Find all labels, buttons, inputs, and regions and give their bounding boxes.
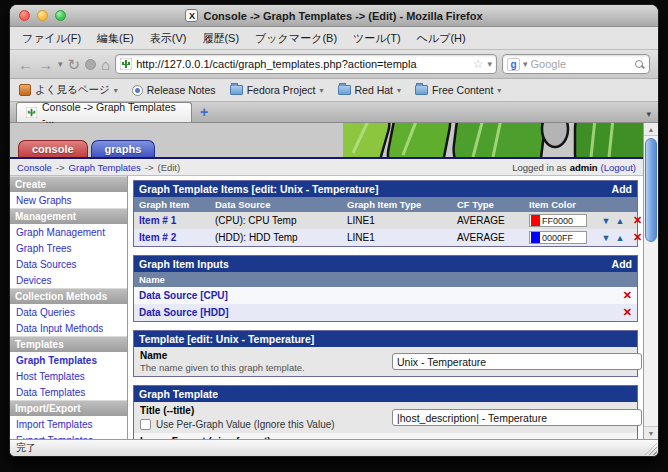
resize-grip[interactable] <box>645 443 657 455</box>
bookmark-red-hat[interactable]: Red Hat ▾ <box>338 84 402 96</box>
field-label: Title (--title) <box>140 405 194 416</box>
cell-cf: AVERAGE <box>457 215 529 226</box>
graph-title-input[interactable] <box>392 409 642 426</box>
sidebar-item-data-templates[interactable]: Data Templates <box>10 384 127 400</box>
menu-help[interactable]: ヘルプ(H) <box>417 31 466 46</box>
move-down-icon[interactable]: ▼ <box>602 216 611 226</box>
sidebar-item-data-sources[interactable]: Data Sources <box>10 256 127 272</box>
sidebar-item-graph-management[interactable]: Graph Management <box>10 224 127 240</box>
list-all-tabs-icon[interactable]: ▾ <box>646 109 651 119</box>
cell-data-source: (CPU): CPU Temp <box>215 215 347 226</box>
col-cf-type: CF Type <box>457 199 529 210</box>
bookmark-fedora-project[interactable]: Fedora Project ▾ <box>230 84 324 96</box>
sidebar-header-templates: Templates <box>10 336 127 352</box>
col-item-color: Item Color <box>529 199 593 210</box>
url-bar[interactable]: ☆ ▾ <box>115 54 497 74</box>
bookmark-release-notes[interactable]: Release Notes <box>132 84 216 96</box>
logout-link[interactable]: (Logout) <box>601 162 636 173</box>
template-name-input[interactable] <box>392 353 642 370</box>
move-up-icon[interactable]: ▲ <box>616 233 625 243</box>
sidebar-item-graph-templates[interactable]: Graph Templates <box>10 352 127 368</box>
sidebar-item-new-graphs[interactable]: New Graphs <box>10 192 127 208</box>
url-input[interactable] <box>136 58 469 70</box>
search-bar[interactable]: g ▾ <box>502 54 650 74</box>
tab-console[interactable]: console <box>18 140 88 157</box>
menu-view[interactable]: 表示(V) <box>150 31 187 46</box>
sidebar-item-import-templates[interactable]: Import Templates <box>10 416 127 432</box>
history-dropdown-icon[interactable]: ▾ <box>58 60 63 69</box>
sidebar-item-data-queries[interactable]: Data Queries <box>10 304 127 320</box>
delete-icon[interactable]: ✕ <box>623 289 632 302</box>
menu-file[interactable]: ファイル(F) <box>22 31 81 46</box>
scroll-down-icon[interactable]: ▼ <box>644 426 658 439</box>
sidebar-item-graph-trees[interactable]: Graph Trees <box>10 240 127 256</box>
home-icon[interactable]: ⌂ <box>101 57 110 72</box>
folder-icon <box>230 85 243 95</box>
main-content: Graph Template Items [edit: Unix - Tempe… <box>128 176 643 439</box>
sidebar-item-export-templates[interactable]: Export Templates <box>10 432 127 439</box>
cell-type: LINE1 <box>347 232 457 243</box>
item-1-link[interactable]: Item # 1 <box>139 215 176 226</box>
move-down-icon[interactable]: ▼ <box>602 233 611 243</box>
cacti-favicon-icon <box>26 107 37 118</box>
x11-icon: X <box>185 9 198 22</box>
move-up-icon[interactable]: ▲ <box>616 216 625 226</box>
color-hex: FF0000 <box>542 216 573 226</box>
search-magnifier-icon[interactable] <box>635 60 643 68</box>
new-tab-button[interactable]: + <box>200 104 208 122</box>
menu-history[interactable]: 履歴(S) <box>202 31 239 46</box>
menu-bookmarks[interactable]: ブックマーク(B) <box>255 31 337 46</box>
checkbox-label: Use Per-Graph Value (Ignore this Value) <box>156 419 335 430</box>
search-input[interactable] <box>531 58 632 70</box>
url-dropdown-icon[interactable]: ▾ <box>487 60 492 69</box>
use-per-graph-checkbox[interactable] <box>140 419 151 430</box>
sidebar-item-host-templates[interactable]: Host Templates <box>10 368 127 384</box>
delete-icon[interactable]: ✕ <box>623 306 632 319</box>
breadcrumb-graph-templates-link[interactable]: Graph Templates <box>69 162 141 173</box>
search-engine-dropdown-icon[interactable]: ▾ <box>523 60 528 69</box>
table-row: Data Source [CPU] ✕ <box>134 287 637 304</box>
sidebar-item-devices[interactable]: Devices <box>10 272 127 288</box>
tab-strip: Console -> Graph Templates -... + ▾ <box>10 102 658 123</box>
tab-graphs[interactable]: graphs <box>91 140 156 157</box>
breadcrumb-console-link[interactable]: Console <box>17 162 52 173</box>
bookmark-free-content[interactable]: Free Content ▾ <box>415 84 501 96</box>
window-title: Console -> Graph Templates -> (Edit) - M… <box>203 10 482 22</box>
bookmark-label: Fedora Project <box>247 84 316 96</box>
menu-tools[interactable]: ツール(T) <box>353 31 401 46</box>
titlebar[interactable]: X Console -> Graph Templates -> (Edit) -… <box>10 5 658 27</box>
delete-icon[interactable]: ✕ <box>633 231 642 243</box>
graph-template-items-table: Graph Template Items [edit: Unix - Tempe… <box>133 180 638 247</box>
scroll-up-icon[interactable]: ▲ <box>644 123 658 136</box>
cacti-favicon-icon <box>120 58 132 70</box>
cacti-logo-art <box>343 123 643 157</box>
field-description: The name given to this graph template. <box>140 362 380 373</box>
col-graph-item-type: Graph Item Type <box>347 199 457 210</box>
back-icon[interactable]: ← <box>18 57 33 72</box>
scrollbar-thumb[interactable] <box>645 138 657 242</box>
delete-icon[interactable]: ✕ <box>633 214 642 226</box>
sidebar-item-data-input-methods[interactable]: Data Input Methods <box>10 320 127 336</box>
add-graph-item-link[interactable]: Add <box>612 183 632 195</box>
item-2-link[interactable]: Item # 2 <box>139 232 176 243</box>
bookmark-star-icon[interactable]: ☆ <box>473 57 484 71</box>
input-cpu-link[interactable]: Data Source [CPU] <box>139 290 228 301</box>
window-title-group: X Console -> Graph Templates -> (Edit) -… <box>185 9 482 22</box>
forward-icon[interactable]: → <box>38 57 53 72</box>
template-table: Template [edit: Unix - Temperature] Name… <box>133 330 638 377</box>
zoom-button[interactable] <box>55 10 66 21</box>
browser-viewport: console graphs Console -> Graph Template… <box>10 123 658 439</box>
vertical-scrollbar[interactable]: ▲ ▼ <box>643 123 658 439</box>
bookmark-most-visited[interactable]: よく見るページ ▾ <box>19 83 118 97</box>
minimize-button[interactable] <box>37 10 48 21</box>
reload-icon[interactable]: ↻ <box>68 57 81 72</box>
menu-edit[interactable]: 編集(E) <box>97 31 134 46</box>
add-input-link[interactable]: Add <box>612 258 632 270</box>
column-headers: Name <box>134 272 637 287</box>
input-hdd-link[interactable]: Data Source [HDD] <box>139 307 228 318</box>
close-button[interactable] <box>19 10 30 21</box>
graph-template-items-header: Graph Template Items [edit: Unix - Tempe… <box>134 181 637 197</box>
sidebar-header-collection-methods: Collection Methods <box>10 288 127 304</box>
most-visited-icon <box>19 84 31 96</box>
browser-tab-active[interactable]: Console -> Graph Templates -... <box>16 102 192 122</box>
